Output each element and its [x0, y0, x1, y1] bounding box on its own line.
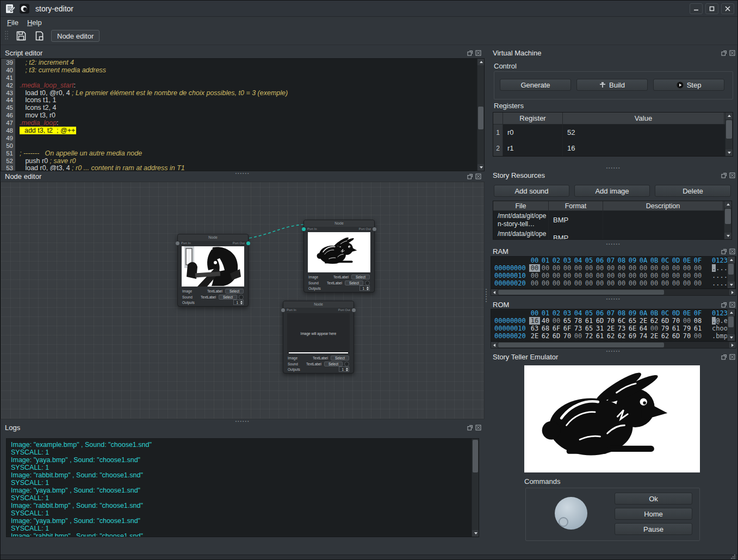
format-column-header[interactable]: Format — [549, 201, 603, 211]
float-panel-icon[interactable] — [467, 173, 473, 179]
hex-byte[interactable]: 2E — [605, 325, 616, 332]
hex-row[interactable]: 0000002000000000000000000000000000000000… — [491, 279, 736, 287]
hex-byte[interactable]: 00 — [573, 332, 584, 340]
hex-byte[interactable]: 00 — [627, 279, 638, 287]
close-panel-icon[interactable] — [729, 248, 735, 254]
scroll-down-arrow-icon[interactable] — [477, 164, 485, 171]
outputs-spinbox[interactable]: 1 — [359, 285, 370, 291]
hex-byte[interactable]: 31 — [594, 325, 605, 332]
close-panel-icon[interactable] — [729, 172, 735, 178]
hex-byte[interactable]: 74 — [638, 332, 649, 340]
hex-byte[interactable]: 00 — [540, 264, 551, 272]
outputs-spinbox[interactable]: 1 — [233, 300, 244, 305]
hex-byte[interactable]: 00 — [529, 279, 540, 287]
add-image-button[interactable]: Add image — [574, 185, 650, 197]
file-column-header[interactable]: File — [493, 201, 549, 211]
script-vertical-scrollbar[interactable] — [477, 59, 484, 171]
node-editor-toggle-button[interactable]: Node editor — [51, 30, 100, 42]
script-line[interactable]: 47.media_loop: — [1, 119, 484, 127]
hex-byte[interactable]: 00 — [605, 264, 616, 272]
hex-byte[interactable]: 73 — [573, 325, 584, 332]
hex-byte[interactable]: 00 — [529, 272, 540, 279]
hex-byte[interactable]: 00 — [638, 272, 649, 279]
node-canvas[interactable]: Node Port In Port Out — [1, 182, 485, 419]
hex-byte[interactable]: 00 — [573, 264, 584, 272]
hex-byte[interactable]: 00 — [692, 279, 703, 287]
maximize-button[interactable] — [705, 3, 718, 14]
hex-row[interactable]: 0000001000000000000000000000000000000000… — [491, 272, 736, 279]
sound-select-button[interactable]: Select — [345, 281, 363, 285]
hex-byte[interactable]: 00 — [562, 279, 573, 287]
hex-byte[interactable]: 00 — [594, 272, 605, 279]
splitter-handle[interactable]: •••••• — [1, 419, 485, 422]
hex-byte[interactable]: 6D — [594, 317, 605, 325]
hex-byte[interactable]: 40 — [540, 317, 551, 325]
hex-byte[interactable]: 00 — [562, 264, 573, 272]
script-line[interactable]: 39 ; t2: increment 4 — [1, 59, 484, 66]
splitter-handle[interactable]: •••••• — [488, 166, 738, 169]
hex-byte[interactable]: 73 — [616, 325, 627, 332]
hex-byte[interactable]: 65 — [584, 325, 594, 332]
close-panel-icon[interactable] — [475, 173, 481, 179]
float-panel-icon[interactable] — [467, 425, 473, 431]
hex-byte[interactable]: 00 — [616, 279, 627, 287]
hex-byte[interactable]: 00 — [660, 272, 671, 279]
hex-byte[interactable]: 00 — [605, 279, 616, 287]
sound-select-button[interactable]: Select — [219, 295, 237, 300]
close-button[interactable] — [721, 3, 734, 14]
port-out-dot[interactable] — [246, 241, 250, 245]
hex-byte[interactable]: 61 — [584, 317, 594, 325]
delete-button[interactable]: Delete — [655, 185, 731, 197]
hex-byte[interactable]: 2E — [649, 332, 660, 340]
toolbar-drag-handle[interactable] — [4, 30, 9, 42]
hex-byte[interactable]: 00 — [671, 272, 681, 279]
hex-byte[interactable]: 00 — [551, 264, 562, 272]
resource-row[interactable]: /mnt/data/git/open-story-tell…BMP — [493, 229, 731, 240]
float-panel-icon[interactable] — [721, 50, 727, 56]
register-row[interactable]: 2r116 — [493, 140, 733, 156]
scroll-down-arrow-icon[interactable] — [472, 530, 479, 537]
media-node-empty[interactable]: Node Port In Port Out Image will appear … — [283, 301, 354, 374]
value-column-header[interactable]: Value — [563, 113, 724, 125]
script-line[interactable]: 46 mov t3, r0 — [1, 111, 484, 119]
minimize-button[interactable] — [690, 3, 703, 14]
close-panel-icon[interactable] — [729, 50, 735, 56]
hex-byte[interactable]: 00 — [551, 317, 562, 325]
vertical-splitter[interactable]: •••••• — [485, 45, 488, 555]
hex-byte[interactable]: 00 — [551, 272, 562, 279]
script-line[interactable]: 44 lcons t1, 1 — [1, 96, 484, 104]
rom-vertical-scrollbar[interactable] — [727, 309, 734, 341]
hex-byte[interactable]: 00 — [649, 325, 660, 332]
hex-byte[interactable]: 00 — [681, 279, 692, 287]
float-panel-icon[interactable] — [721, 354, 727, 360]
menu-help[interactable]: Help — [27, 18, 42, 27]
close-panel-icon[interactable] — [729, 354, 735, 360]
hex-byte[interactable]: 62 — [660, 332, 671, 340]
port-in-dot[interactable] — [302, 227, 306, 231]
script-line[interactable]: 48 add t3, t2 ; @++ — [1, 127, 484, 134]
hex-byte[interactable]: 00 — [681, 272, 692, 279]
hex-byte[interactable]: 00 — [660, 264, 671, 272]
hex-byte[interactable]: 00 — [594, 264, 605, 272]
description-column-header[interactable]: Description — [603, 201, 723, 211]
image-select-button[interactable]: Select — [351, 275, 370, 279]
script-line[interactable]: 41 — [1, 74, 484, 82]
register-column-header[interactable]: Register — [503, 113, 563, 125]
hex-byte[interactable]: 00 — [638, 264, 649, 272]
script-line[interactable]: 45 lcons t2, 4 — [1, 104, 484, 111]
media-node-rabbit[interactable]: Node Port In Port Out ImageTextLabelSele… — [303, 220, 375, 293]
hex-byte[interactable]: 2E — [529, 332, 540, 340]
save-button[interactable] — [14, 29, 28, 43]
hex-byte[interactable]: 6D — [660, 317, 671, 325]
hex-byte[interactable]: 72 — [584, 332, 594, 340]
ram-hex-view[interactable]: 000102030405060708090A0B0C0D0E0F01234567… — [491, 256, 736, 289]
resize-grip[interactable] — [729, 555, 736, 559]
hex-byte[interactable]: 62 — [540, 332, 551, 340]
hex-byte[interactable]: 68 — [540, 325, 551, 332]
register-row[interactable]: 1r052 — [493, 125, 733, 140]
hex-byte[interactable]: 2E — [638, 317, 649, 325]
hex-byte[interactable]: 00 — [681, 317, 692, 325]
rom-horizontal-scrollbar[interactable] — [491, 341, 736, 349]
hex-byte[interactable]: 00 — [692, 264, 703, 272]
logs-output-area[interactable]: Image: "example.bmp" , Sound: "choose1.s… — [6, 438, 479, 537]
